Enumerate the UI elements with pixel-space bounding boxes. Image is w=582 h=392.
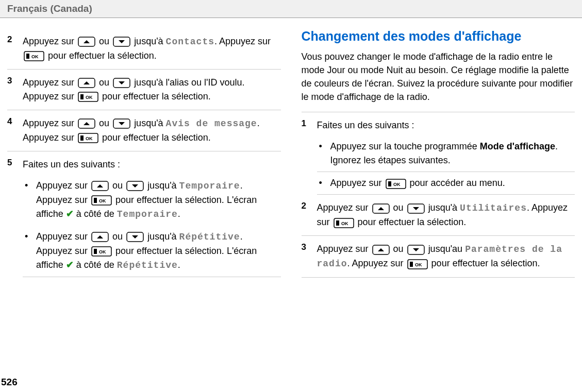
bullet-marker: • [23, 230, 36, 272]
ok-button-icon: OK [407, 259, 428, 269]
up-arrow-icon [78, 78, 95, 88]
svg-rect-31 [336, 220, 339, 226]
step-body: Faites un des suivants : • Appuyez sur o… [23, 158, 281, 277]
text: pour effectuer la sélection. [48, 50, 157, 61]
step-body: Appuyez sur ou jusqu'à Avis de message. … [23, 116, 281, 145]
up-arrow-icon [372, 245, 390, 255]
text: jusqu'au [428, 244, 465, 254]
bullet-marker: • [317, 176, 330, 190]
text: Appuyez sur [23, 36, 77, 46]
svg-rect-18 [94, 198, 97, 203]
mono-text: Temporaire [117, 209, 178, 219]
mono-text: Avis de message [166, 118, 257, 129]
text: jusqu'à [134, 118, 165, 128]
header-text: Français (Canada) [7, 3, 92, 14]
svg-text:OK: OK [86, 95, 93, 100]
mono-text: Répétitive [179, 232, 240, 242]
text: à côté de [76, 209, 117, 219]
down-arrow-icon [113, 78, 130, 88]
page-header: Français (Canada) [0, 0, 582, 18]
left-column: 2 Appuyez sur ou jusqu'à Contacts. Appuy… [7, 28, 281, 283]
text: jusqu'à [147, 231, 179, 242]
text: à côté de [76, 260, 117, 270]
text: pour effectuer la sélection. [102, 91, 211, 101]
down-arrow-icon [407, 203, 425, 214]
down-arrow-icon [113, 37, 130, 47]
text: pour effectuer la sélection. [358, 217, 467, 227]
svg-rect-36 [410, 262, 413, 267]
text: Appuyez sur [330, 178, 385, 188]
bold-text: Mode d'affichage [480, 141, 555, 151]
text: Appuyez sur [23, 77, 77, 88]
step-body: Appuyez sur ou jusqu'à l'alias ou l'ID v… [23, 76, 281, 104]
step-4: 4 Appuyez sur ou jusqu'à Avis de message… [7, 110, 281, 151]
mono-text: Répétitive [117, 260, 178, 270]
text: pour accéder au menu. [410, 178, 505, 188]
up-arrow-icon [372, 203, 390, 214]
section-title: Changement des modes d'affichage [302, 28, 575, 44]
svg-text:OK: OK [415, 262, 422, 267]
step-number: 2 [302, 201, 317, 229]
ok-button-icon: OK [78, 92, 98, 102]
svg-text:OK: OK [99, 198, 106, 203]
step-body: Appuyez sur ou jusqu'à Contacts. Appuyez… [23, 35, 281, 63]
bullet-item: • Appuyez sur OK pour accéder au menu. [317, 172, 575, 195]
bullet-marker: • [317, 140, 330, 167]
ok-button-icon: OK [91, 246, 112, 257]
bullet-item: • Appuyez sur la touche programmée Mode … [317, 135, 575, 172]
step-2-right: 2 Appuyez sur ou jusqu'à Utilitaires. Ap… [302, 195, 575, 236]
step-intro: Faites un des suivants : [23, 158, 281, 172]
ok-button-icon: OK [78, 133, 98, 143]
section-intro: Vous pouvez changer le mode d'affichage … [302, 50, 575, 104]
text: ou [393, 244, 406, 254]
text: Appuyez sur [23, 118, 77, 128]
text: ou [99, 118, 112, 128]
page-content: 2 Appuyez sur ou jusqu'à Contacts. Appuy… [0, 18, 582, 283]
mono-text: Utilitaires [460, 203, 527, 213]
text: pour effectuer la sélection. [102, 132, 211, 143]
text: Appuyez sur la touche programmée [330, 141, 480, 151]
right-column: Changement des modes d'affichage Vous po… [302, 28, 575, 283]
text: ou [112, 231, 125, 242]
svg-text:OK: OK [393, 182, 401, 187]
down-arrow-icon [407, 245, 425, 255]
ok-button-icon: OK [386, 179, 406, 189]
text: ou [99, 77, 112, 88]
svg-rect-3 [26, 54, 29, 59]
bullet-item: • Appuyez sur ou jusqu'à Temporaire. App… [23, 175, 281, 226]
bullet-item: • Appuyez sur ou jusqu'à Répétitive. App… [23, 226, 281, 277]
ok-button-icon: OK [91, 195, 112, 206]
text: pour effectuer la sélection. [431, 258, 540, 268]
down-arrow-icon [113, 118, 130, 129]
svg-rect-8 [80, 94, 84, 99]
text: . [178, 209, 180, 219]
text: . Appuyez sur [214, 36, 271, 46]
text: . [178, 260, 180, 270]
ok-button-icon: OK [24, 51, 44, 61]
text: ou [112, 180, 125, 191]
text: jusqu'à [428, 202, 460, 213]
bullet-marker: • [23, 179, 36, 221]
svg-text:OK: OK [341, 221, 348, 226]
bullet-body: Appuyez sur OK pour accéder au menu. [330, 176, 575, 190]
step-body: Faites un des suivants : • Appuyez sur l… [317, 118, 575, 195]
step-number: 3 [302, 242, 317, 271]
step-number: 3 [7, 76, 23, 104]
up-arrow-icon [78, 118, 95, 129]
up-arrow-icon [91, 181, 109, 191]
down-arrow-icon [126, 232, 144, 242]
text: . Appuyez sur [347, 258, 406, 268]
step-2: 2 Appuyez sur ou jusqu'à Contacts. Appuy… [7, 28, 281, 70]
step-number: 2 [7, 35, 23, 63]
step-body: Appuyez sur ou jusqu'au Paramètres de la… [317, 242, 575, 271]
ok-button-icon: OK [334, 218, 354, 228]
svg-rect-26 [388, 181, 391, 186]
step-3: 3 Appuyez sur ou jusqu'à l'alias ou l'ID… [7, 70, 281, 110]
text: Appuyez sur [317, 202, 371, 213]
svg-text:OK: OK [31, 54, 39, 59]
check-icon: ✔ [66, 207, 74, 221]
step-number: 1 [302, 118, 317, 195]
svg-text:OK: OK [99, 249, 106, 254]
step-intro: Faites un des suivants : [317, 118, 575, 132]
bullet-body: Appuyez sur ou jusqu'à Répétitive. Appuy… [36, 230, 281, 272]
